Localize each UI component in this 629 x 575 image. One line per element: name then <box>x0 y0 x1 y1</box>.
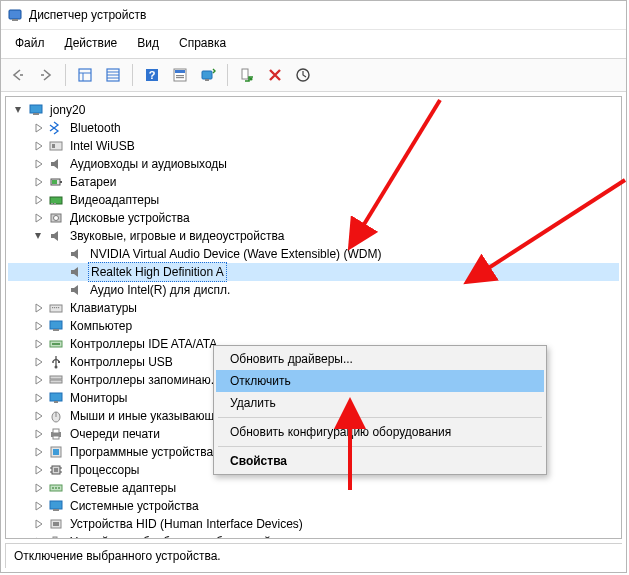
expand-icon[interactable] <box>32 319 46 333</box>
ctx-scan-hw[interactable]: Обновить конфигурацию оборудования <box>216 421 544 443</box>
collapse-icon[interactable] <box>12 103 26 117</box>
menu-action[interactable]: Действие <box>55 32 128 54</box>
ctx-disable[interactable]: Отключить <box>216 370 544 392</box>
expand-icon[interactable] <box>32 391 46 405</box>
expand-icon[interactable] <box>32 535 46 539</box>
expand-icon[interactable] <box>32 409 46 423</box>
tree-label: Системные устройства <box>68 497 201 515</box>
menu-file[interactable]: Файл <box>5 32 55 54</box>
storage-icon <box>48 372 64 388</box>
toolbar-view2-button[interactable] <box>100 62 126 88</box>
toolbar-update-button[interactable] <box>290 62 316 88</box>
tree-label: Программные устройства <box>68 443 215 461</box>
tree-label: Контроллеры запоминаю. <box>68 371 216 389</box>
expand-icon[interactable] <box>32 355 46 369</box>
expand-icon[interactable] <box>32 193 46 207</box>
tree-label: Мониторы <box>68 389 129 407</box>
status-text: Отключение выбранного устройства. <box>14 549 221 563</box>
tree-label: Видеоадаптеры <box>68 191 161 209</box>
toolbar-help-button[interactable]: ? <box>139 62 165 88</box>
expand-icon[interactable] <box>32 445 46 459</box>
toolbar-back-button[interactable] <box>5 62 31 88</box>
svg-rect-73 <box>53 537 57 539</box>
svg-rect-29 <box>50 197 62 204</box>
tree-label: Батареи <box>68 173 118 191</box>
tree-label: Устройства обработки изображений <box>68 533 273 539</box>
svg-point-43 <box>55 366 58 369</box>
tree-item-display-adapters[interactable]: Видеоадаптеры <box>8 191 619 209</box>
expand-icon[interactable] <box>32 121 46 135</box>
tree-item-batteries[interactable]: Батареи <box>8 173 619 191</box>
tree-item-keyboards[interactable]: Клавиатуры <box>8 299 619 317</box>
toolbar-props-button[interactable] <box>167 62 193 88</box>
tree-item-drives[interactable]: Дисковые устройства <box>8 209 619 227</box>
bluetooth-icon <box>48 120 64 136</box>
tree-child-nvidia[interactable]: NVIDIA Virtual Audio Device (Wave Extens… <box>8 245 619 263</box>
svg-point-44 <box>52 361 54 363</box>
collapse-icon[interactable] <box>32 229 46 243</box>
toolbar-view1-button[interactable] <box>72 62 98 88</box>
system-icon <box>48 498 64 514</box>
ctx-properties[interactable]: Свойства <box>216 450 544 472</box>
svg-rect-37 <box>56 307 57 308</box>
tree-item-network[interactable]: Сетевые адаптеры <box>8 479 619 497</box>
controller-icon <box>48 336 64 352</box>
svg-point-33 <box>54 216 59 221</box>
device-icon <box>48 138 64 154</box>
svg-rect-1 <box>12 19 18 21</box>
software-icon <box>48 444 64 460</box>
ctx-update-driver[interactable]: Обновить драйверы... <box>216 348 544 370</box>
toolbar-forward-button[interactable] <box>33 62 59 88</box>
expand-icon[interactable] <box>32 517 46 531</box>
computer-icon <box>28 102 44 118</box>
expand-icon[interactable] <box>32 301 46 315</box>
toolbar-enable-button[interactable] <box>234 62 260 88</box>
battery-icon <box>48 174 64 190</box>
tree-item-audio-io[interactable]: Аудиовходы и аудиовыходы <box>8 155 619 173</box>
tree-child-intel-audio[interactable]: Аудио Intel(R) для диспл. <box>8 281 619 299</box>
svg-rect-34 <box>50 305 62 312</box>
svg-rect-24 <box>50 142 62 150</box>
tree-label: Bluetooth <box>68 119 123 137</box>
tree-item-system[interactable]: Системные устройства <box>8 497 619 515</box>
tree-item-computer[interactable]: Компьютер <box>8 317 619 335</box>
expand-icon[interactable] <box>32 481 46 495</box>
toolbar-uninstall-button[interactable] <box>262 62 288 88</box>
expand-icon[interactable] <box>32 337 46 351</box>
tree-item-wiusb[interactable]: Intel WiUSB <box>8 137 619 155</box>
audio-icon <box>68 282 84 298</box>
svg-rect-54 <box>53 436 59 439</box>
expand-icon[interactable] <box>32 139 46 153</box>
tree-item-bluetooth[interactable]: Bluetooth <box>8 119 619 137</box>
expand-icon[interactable] <box>32 211 46 225</box>
expand-icon[interactable] <box>32 175 46 189</box>
menu-help[interactable]: Справка <box>169 32 236 54</box>
tree-label: Клавиатуры <box>68 299 139 317</box>
expand-icon[interactable] <box>32 499 46 513</box>
tree-item-sound-video-game[interactable]: Звуковые, игровые и видеоустройства <box>8 227 619 245</box>
expand-icon[interactable] <box>32 157 46 171</box>
expand-icon[interactable] <box>32 427 46 441</box>
window-title: Диспетчер устройств <box>29 8 146 22</box>
toolbar-scan-button[interactable] <box>195 62 221 88</box>
expand-icon[interactable] <box>32 373 46 387</box>
menu-view[interactable]: Вид <box>127 32 169 54</box>
tree-item-imaging[interactable]: Устройства обработки изображений <box>8 533 619 539</box>
svg-point-66 <box>58 487 60 489</box>
tree-item-hid[interactable]: Устройства HID (Human Interface Devices) <box>8 515 619 533</box>
tree-label: NVIDIA Virtual Audio Device (Wave Extens… <box>88 245 383 263</box>
tree-label: Очереди печати <box>68 425 162 443</box>
svg-point-64 <box>52 487 54 489</box>
expand-icon[interactable] <box>32 463 46 477</box>
svg-rect-45 <box>58 361 60 363</box>
tree-child-realtek-selected[interactable]: Realtek High Definition A <box>8 263 619 281</box>
svg-rect-16 <box>176 77 184 78</box>
svg-rect-49 <box>54 401 58 403</box>
ctx-uninstall[interactable]: Удалить <box>216 392 544 414</box>
ctx-separator <box>218 446 542 447</box>
tree-root[interactable]: jony20 <box>8 101 619 119</box>
menu-bar: Файл Действие Вид Справка <box>1 30 626 58</box>
ctx-separator <box>218 417 542 418</box>
svg-rect-31 <box>54 203 56 205</box>
svg-rect-53 <box>53 429 59 433</box>
